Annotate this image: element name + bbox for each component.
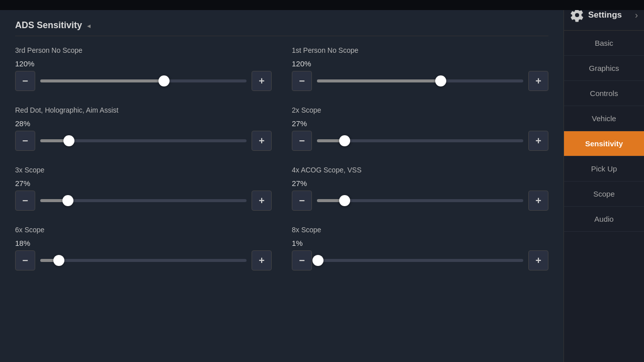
slider-row-8x-scope: − + (292, 250, 548, 270)
setting-2x-scope: 2x Scope 27% − + (292, 106, 548, 151)
slider-row-2x-scope: − + (292, 131, 548, 151)
setting-label-8x-scope: 8x Scope (292, 226, 548, 234)
slider-container-1st-person-no-scope[interactable] (317, 71, 523, 91)
setting-label-1st-person-no-scope: 1st Person No Scope (292, 46, 548, 54)
plus-btn-red-dot[interactable]: + (252, 131, 272, 151)
sidebar-item-pickup[interactable]: Pick Up (564, 156, 644, 182)
slider-value-4x-acog: 27% (292, 179, 548, 188)
slider-container-3rd-person-no-scope[interactable] (40, 71, 247, 91)
sidebar-close-button[interactable]: › (635, 10, 638, 21)
slider-row-3x-scope: − + (15, 191, 272, 211)
sidebar-item-sensitivity[interactable]: Sensitivity (564, 131, 644, 156)
sidebar-title: Settings (588, 10, 622, 20)
setting-label-3x-scope: 3x Scope (15, 166, 272, 174)
slider-value-2x-scope: 27% (292, 119, 548, 128)
slider-container-red-dot[interactable] (40, 131, 247, 151)
slider-value-8x-scope: 1% (292, 239, 548, 247)
slider-row-4x-acog: − + (292, 191, 548, 211)
minus-btn-6x-scope[interactable]: − (15, 250, 35, 270)
settings-grid: 3rd Person No Scope 120% − + 1st Person … (15, 46, 548, 270)
slider-row-1st-person-no-scope: − + (292, 71, 548, 91)
slider-thumb-8x-scope[interactable] (312, 255, 324, 266)
minus-btn-8x-scope[interactable]: − (292, 250, 312, 270)
slider-container-8x-scope[interactable] (317, 250, 523, 270)
slider-thumb-3x-scope[interactable] (62, 195, 73, 206)
slider-thumb-3rd-person-no-scope[interactable] (158, 75, 170, 86)
plus-btn-2x-scope[interactable]: + (528, 131, 548, 151)
setting-3x-scope: 3x Scope 27% − + (15, 166, 272, 211)
minus-btn-1st-person-no-scope[interactable]: − (292, 71, 312, 91)
slider-value-1st-person-no-scope: 120% (292, 59, 548, 68)
minus-btn-2x-scope[interactable]: − (292, 131, 312, 151)
slider-row-6x-scope: − + (15, 250, 272, 270)
slider-track-1st-person-no-scope (317, 79, 523, 82)
slider-thumb-4x-acog[interactable] (339, 195, 350, 206)
setting-1st-person-no-scope: 1st Person No Scope 120% − + (292, 46, 548, 91)
plus-btn-1st-person-no-scope[interactable]: + (528, 71, 548, 91)
slider-container-3x-scope[interactable] (40, 191, 247, 211)
sidebar: Settings › BasicGraphicsControlsVehicleS… (564, 0, 644, 362)
minus-btn-3rd-person-no-scope[interactable]: − (15, 71, 35, 91)
sidebar-item-basic[interactable]: Basic (564, 31, 644, 56)
setting-3rd-person-no-scope: 3rd Person No Scope 120% − + (15, 46, 272, 91)
setting-label-2x-scope: 2x Scope (292, 106, 548, 114)
minus-btn-4x-acog[interactable]: − (292, 191, 312, 211)
setting-label-red-dot: Red Dot, Holographic, Aim Assist (15, 106, 272, 114)
slider-fill-1st-person-no-scope (317, 79, 441, 82)
slider-row-3rd-person-no-scope: − + (15, 71, 272, 91)
slider-value-red-dot: 28% (15, 119, 272, 128)
minus-btn-3x-scope[interactable]: − (15, 191, 35, 211)
slider-track-8x-scope (317, 259, 523, 262)
slider-container-6x-scope[interactable] (40, 250, 247, 270)
section-title: ADS Sensitivity (15, 20, 82, 31)
section-header: ADS Sensitivity ◂ (15, 20, 548, 36)
setting-8x-scope: 8x Scope 1% − + (292, 226, 548, 270)
slider-value-3rd-person-no-scope: 120% (15, 59, 272, 68)
gear-icon (570, 8, 584, 22)
sidebar-item-scope[interactable]: Scope (564, 182, 644, 207)
sidebar-item-vehicle[interactable]: Vehicle (564, 106, 644, 131)
setting-label-3rd-person-no-scope: 3rd Person No Scope (15, 46, 272, 54)
slider-thumb-red-dot[interactable] (63, 135, 74, 146)
sidebar-nav: BasicGraphicsControlsVehicleSensitivityP… (564, 31, 644, 232)
minus-btn-red-dot[interactable]: − (15, 131, 35, 151)
setting-label-6x-scope: 6x Scope (15, 226, 272, 234)
plus-btn-8x-scope[interactable]: + (528, 250, 548, 270)
sidebar-item-audio[interactable]: Audio (564, 207, 644, 232)
slider-container-4x-acog[interactable] (317, 191, 523, 211)
slider-thumb-2x-scope[interactable] (339, 135, 350, 146)
slider-track-6x-scope (40, 259, 247, 262)
slider-track-2x-scope (317, 139, 523, 142)
setting-label-4x-acog: 4x ACOG Scope, VSS (292, 166, 548, 174)
slider-value-6x-scope: 18% (15, 239, 272, 247)
plus-btn-3x-scope[interactable]: + (252, 191, 272, 211)
setting-red-dot: Red Dot, Holographic, Aim Assist 28% − + (15, 106, 272, 151)
setting-6x-scope: 6x Scope 18% − + (15, 226, 272, 270)
slider-track-3x-scope (40, 199, 247, 202)
slider-track-4x-acog (317, 199, 523, 202)
back-arrow[interactable]: ◂ (87, 22, 91, 30)
slider-track-red-dot (40, 139, 247, 142)
slider-value-3x-scope: 27% (15, 179, 272, 188)
slider-fill-3rd-person-no-scope (40, 79, 164, 82)
plus-btn-4x-acog[interactable]: + (528, 191, 548, 211)
plus-btn-6x-scope[interactable]: + (252, 250, 272, 270)
plus-btn-3rd-person-no-scope[interactable]: + (252, 71, 272, 91)
main-content: ADS Sensitivity ◂ 3rd Person No Scope 12… (0, 10, 564, 362)
slider-container-2x-scope[interactable] (317, 131, 523, 151)
slider-thumb-6x-scope[interactable] (53, 255, 64, 266)
sidebar-item-graphics[interactable]: Graphics (564, 56, 644, 81)
setting-4x-acog: 4x ACOG Scope, VSS 27% − + (292, 166, 548, 211)
slider-row-red-dot: − + (15, 131, 272, 151)
slider-track-3rd-person-no-scope (40, 79, 247, 82)
slider-thumb-1st-person-no-scope[interactable] (435, 75, 446, 86)
sidebar-item-controls[interactable]: Controls (564, 81, 644, 106)
